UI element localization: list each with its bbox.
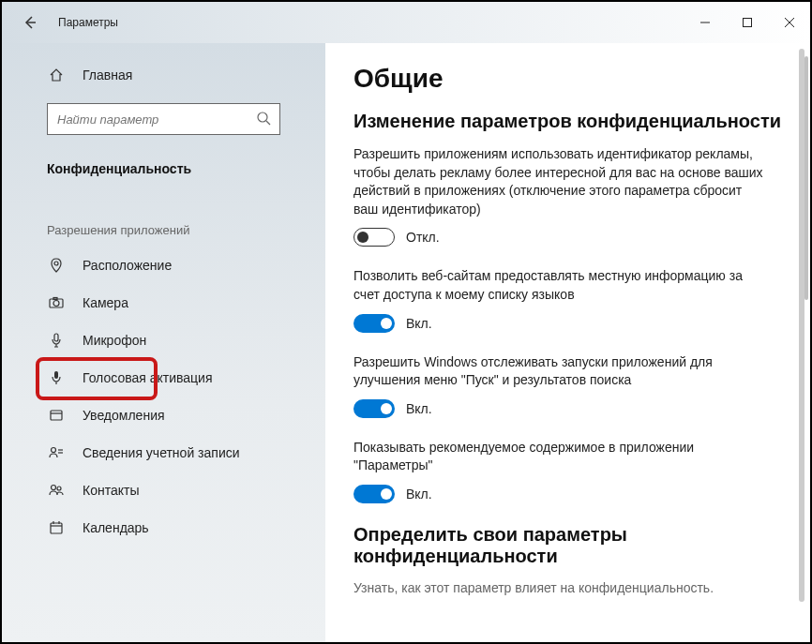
sidebar-item-contacts[interactable]: Контакты xyxy=(2,472,325,509)
svg-rect-1 xyxy=(743,19,751,27)
toggle-ad-id[interactable] xyxy=(353,228,395,247)
notifications-icon xyxy=(47,408,66,423)
sidebar-item-label: Камера xyxy=(83,295,128,310)
setting-desc: Разрешить приложениям использовать идент… xyxy=(353,145,766,218)
camera-icon xyxy=(47,295,66,310)
toggle-knob xyxy=(381,403,392,414)
sidebar-item-location[interactable]: Расположение xyxy=(2,247,325,284)
setting-desc: Позволить веб-сайтам предоставлять местн… xyxy=(353,267,766,304)
contacts-icon xyxy=(47,483,66,498)
search-wrap xyxy=(47,103,280,135)
svg-rect-19 xyxy=(51,523,62,533)
settings-window: Параметры Главная Конфиденциальность Раз… xyxy=(0,0,812,644)
svg-point-8 xyxy=(53,301,59,307)
section2-heading: Определить свои параметры конфиденциальн… xyxy=(353,524,782,567)
close-button[interactable] xyxy=(768,7,810,37)
sidebar-item-camera[interactable]: Камера xyxy=(2,284,325,322)
sidebar-item-voice-activation[interactable]: Голосовая активация xyxy=(2,359,325,397)
toggle-state: Откл. xyxy=(406,230,440,245)
setting-desc: Разрешить Windows отслеживать запуски пр… xyxy=(353,353,766,390)
toggle-state: Вкл. xyxy=(406,401,432,416)
toggle-language-list[interactable] xyxy=(353,314,395,333)
sidebar-item-calendar[interactable]: Календарь xyxy=(2,509,325,547)
toggle-state: Вкл. xyxy=(406,487,432,502)
arrow-left-icon xyxy=(23,15,38,30)
toggle-knob xyxy=(381,318,392,329)
minimize-icon xyxy=(699,17,711,28)
sidebar-item-label: Микрофон xyxy=(83,333,146,348)
page-title: Общие xyxy=(353,64,782,94)
toggle-row: Вкл. xyxy=(353,485,782,503)
toggle-app-launch[interactable] xyxy=(353,399,395,418)
toggle-suggested-content[interactable] xyxy=(353,485,395,503)
sidebar-item-notifications[interactable]: Уведомления xyxy=(2,397,325,434)
calendar-icon xyxy=(47,520,66,535)
body: Главная Конфиденциальность Разрешения пр… xyxy=(2,43,810,642)
back-button[interactable] xyxy=(19,11,41,34)
sidebar-item-label: Календарь xyxy=(83,520,149,535)
toggle-state: Вкл. xyxy=(406,316,432,331)
toggle-knob xyxy=(357,232,368,243)
main-content: Общие Изменение параметров конфиденциаль… xyxy=(325,43,810,642)
sidebar-section: Конфиденциальность xyxy=(2,152,325,186)
account-info-icon xyxy=(47,445,66,460)
sidebar-item-label: Контакты xyxy=(83,483,139,498)
sidebar: Главная Конфиденциальность Разрешения пр… xyxy=(2,43,325,642)
window-controls xyxy=(684,7,810,37)
main-scrollbar[interactable] xyxy=(804,56,808,300)
close-icon xyxy=(784,17,795,28)
window-title: Параметры xyxy=(58,16,118,29)
sidebar-item-label: Сведения учетной записи xyxy=(83,445,240,460)
setting-desc: Показывать рекомендуемое содержимое в пр… xyxy=(353,439,766,475)
microphone-icon xyxy=(47,333,66,348)
svg-point-18 xyxy=(57,487,61,490)
setting-language-list: Позволить веб-сайтам предоставлять местн… xyxy=(353,267,782,332)
svg-point-4 xyxy=(258,112,267,122)
section-heading: Изменение параметров конфиденциальности xyxy=(353,111,782,132)
voice-icon xyxy=(47,370,66,385)
toggle-row: Вкл. xyxy=(353,399,782,418)
toggle-row: Откл. xyxy=(353,228,782,247)
home-nav[interactable]: Главная xyxy=(2,60,325,90)
sidebar-subsection: Разрешения приложений xyxy=(2,186,325,247)
search-input[interactable] xyxy=(47,103,280,135)
home-icon xyxy=(47,67,66,82)
setting-app-launch-tracking: Разрешить Windows отслеживать запуски пр… xyxy=(353,353,782,418)
svg-point-17 xyxy=(52,486,56,490)
window-scrollbar[interactable] xyxy=(799,49,804,602)
svg-point-6 xyxy=(54,262,58,265)
maximize-button[interactable] xyxy=(726,7,768,37)
sidebar-item-microphone[interactable]: Микрофон xyxy=(2,322,325,359)
sidebar-item-label: Голосовая активация xyxy=(83,370,213,385)
search-icon xyxy=(256,111,271,126)
sidebar-item-account-info[interactable]: Сведения учетной записи xyxy=(2,434,325,472)
sidebar-item-label: Уведомления xyxy=(83,408,165,423)
svg-rect-12 xyxy=(51,411,62,420)
svg-rect-10 xyxy=(54,334,58,341)
toggle-row: Вкл. xyxy=(353,314,782,333)
svg-rect-11 xyxy=(54,371,58,379)
maximize-icon xyxy=(742,17,753,28)
svg-point-14 xyxy=(52,448,56,453)
titlebar: Параметры xyxy=(2,2,810,43)
setting-suggested-content: Показывать рекомендуемое содержимое в пр… xyxy=(353,439,782,503)
home-label: Главная xyxy=(83,67,132,82)
minimize-button[interactable] xyxy=(684,7,726,37)
setting-ad-id: Разрешить приложениям использовать идент… xyxy=(353,145,782,247)
sidebar-item-label: Расположение xyxy=(83,258,172,273)
svg-line-5 xyxy=(266,121,270,125)
location-icon xyxy=(47,258,66,273)
section2-note: Узнать, как этот параметр влияет на конф… xyxy=(353,580,782,595)
toggle-knob xyxy=(381,488,392,500)
